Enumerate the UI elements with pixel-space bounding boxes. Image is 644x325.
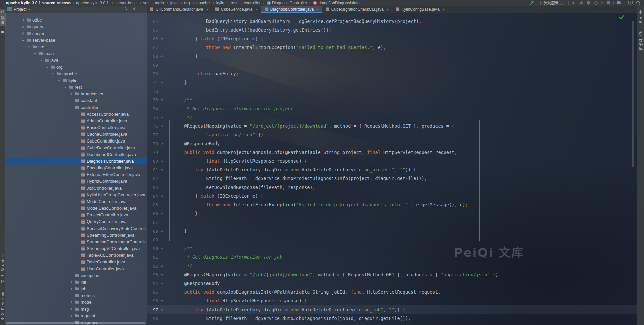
tree-toggle-icon[interactable]	[20, 18, 26, 22]
project-tree[interactable]: odbc query server server-base src main j…	[5, 13, 147, 325]
chevron-down-icon[interactable]	[601, 0, 604, 6]
tree-toggle-icon[interactable]	[50, 72, 56, 75]
close-icon[interactable]: ×	[386, 7, 389, 12]
tree-row[interactable]: UserController.java	[5, 265, 147, 272]
tree-row[interactable]: org	[5, 64, 147, 70]
tree-toggle-icon[interactable]	[68, 314, 74, 317]
tool-window-button-structure[interactable]: 7: Structure	[1, 253, 5, 284]
tree-row[interactable]: odbc	[5, 16, 147, 23]
folder-icon[interactable]	[1, 29, 5, 35]
tree-row[interactable]: kylin	[5, 77, 147, 84]
tree-row[interactable]: ServiceDiscoveryStateController.java	[5, 225, 147, 232]
tree-row[interactable]: ExternalFilterController.java	[5, 171, 147, 178]
fold-marker-icon[interactable]	[158, 282, 166, 285]
tree-toggle-icon[interactable]	[32, 52, 38, 55]
tree-row[interactable]: ModelDescController.java	[5, 205, 147, 211]
tree-row[interactable]: constant	[5, 97, 147, 104]
tree-row[interactable]: apache	[5, 70, 147, 77]
tree-row[interactable]: controller	[5, 104, 147, 111]
breadcrumb-item[interactable]: src	[143, 1, 148, 5]
tree-row[interactable]: model	[5, 299, 147, 306]
chevron-down-icon[interactable]	[28, 7, 31, 12]
breadcrumb-method[interactable]: dumpJobDiagnosisInfo	[318, 1, 359, 5]
tree-row[interactable]: init	[5, 279, 147, 285]
tree-row[interactable]: broadcaster	[5, 90, 147, 97]
run-icon[interactable]	[572, 0, 576, 6]
project-root-crumb[interactable]: apache-kylin-3.0.1-source-release	[6, 1, 71, 5]
editor-vertical-scrollbar[interactable]	[632, 21, 634, 167]
fold-marker-icon[interactable]	[158, 168, 166, 171]
tree-row[interactable]: ModelController.java	[5, 198, 147, 205]
tree-toggle-icon[interactable]	[68, 287, 74, 290]
tree-row[interactable]: src	[5, 43, 147, 50]
tree-row[interactable]: main	[5, 50, 147, 57]
tool-window-button-project[interactable]: 1: 项目	[0, 9, 6, 26]
tree-toggle-icon[interactable]	[62, 86, 68, 89]
breadcrumb-class[interactable]: DiagnosisController	[272, 1, 307, 5]
fold-marker-icon[interactable]	[158, 299, 166, 302]
breadcrumb-item[interactable]: controller	[244, 1, 260, 5]
tree-row[interactable]: StreamingCoordinatorController.java	[5, 238, 147, 245]
tool-window-button-favorites[interactable]: 2: Favorites ★	[1, 292, 5, 321]
tree-row[interactable]: ProjectController.java	[5, 211, 147, 218]
tree-toggle-icon[interactable]	[20, 39, 26, 42]
tree-row[interactable]: StreamingV2Controller.java	[5, 245, 147, 252]
tree-toggle-icon[interactable]	[20, 25, 26, 28]
search-icon[interactable]	[636, 0, 641, 6]
tree-row[interactable]: DashboardController.java	[5, 151, 147, 158]
tree-toggle-icon[interactable]	[68, 92, 74, 95]
fold-marker-icon[interactable]	[158, 265, 166, 268]
tree-row[interactable]: StreamingController.java	[5, 232, 147, 238]
tree-row[interactable]: QueryController.java	[5, 218, 147, 225]
gear-icon[interactable]	[132, 7, 136, 12]
tree-row[interactable]: CubeController.java	[5, 137, 147, 144]
tree-row[interactable]: DiagnosisController.java	[5, 158, 147, 164]
tree-row[interactable]: JobController.java	[5, 185, 147, 191]
fold-marker-icon[interactable]	[158, 308, 166, 311]
close-icon[interactable]: ×	[316, 7, 319, 12]
fold-marker-icon[interactable]	[158, 81, 166, 84]
tool-window-button-database[interactable]: 数据库	[638, 31, 643, 51]
breadcrumb-item[interactable]: apache	[196, 1, 210, 5]
tree-row[interactable]: msg	[5, 306, 147, 312]
fold-marker-icon[interactable]	[158, 212, 166, 215]
run-anything-icon[interactable]	[628, 0, 633, 6]
tree-row[interactable]: TableACLController.java	[5, 252, 147, 258]
tree-row[interactable]: metrics	[5, 292, 147, 299]
tree-row[interactable]: AccessController.java	[5, 111, 147, 117]
debug-icon[interactable]	[579, 0, 583, 6]
breadcrumb-item[interactable]: kylin	[216, 1, 224, 5]
coverage-icon[interactable]	[586, 0, 591, 6]
close-icon[interactable]: ×	[442, 7, 445, 12]
fold-marker-icon[interactable]	[158, 125, 166, 128]
build-hammer-icon[interactable]	[529, 0, 534, 6]
tree-row[interactable]: AdminController.java	[5, 117, 147, 124]
locate-file-icon[interactable]	[116, 7, 120, 12]
close-icon[interactable]: ×	[255, 7, 258, 12]
tool-window-button-ant[interactable]: Ant	[639, 9, 643, 24]
tree-toggle-icon[interactable]	[26, 45, 32, 48]
tree-row[interactable]: java	[5, 57, 147, 64]
tree-toggle-icon[interactable]	[68, 106, 74, 109]
tree-row[interactable]: TableController.java	[5, 258, 147, 265]
editor-tab[interactable]: CubeMigrationCheckCLI.java ×	[322, 6, 393, 13]
tree-toggle-icon[interactable]	[68, 308, 74, 311]
breadcrumb-item[interactable]: main	[155, 1, 164, 5]
fold-marker-icon[interactable]	[158, 160, 166, 163]
editor-tab[interactable]: CliCommandExecutor.java ×	[147, 6, 212, 13]
tree-toggle-icon[interactable]	[20, 32, 26, 35]
tree-row[interactable]: EncodingController.java	[5, 164, 147, 171]
tree-row[interactable]: request	[5, 312, 147, 319]
fold-marker-icon[interactable]	[158, 55, 166, 58]
tree-row[interactable]: query	[5, 23, 147, 30]
tree-toggle-icon[interactable]	[56, 79, 62, 82]
run-configuration-select[interactable]: 添加配置...	[540, 1, 565, 5]
fold-marker-icon[interactable]	[158, 98, 166, 101]
breadcrumb-item[interactable]: java	[170, 1, 178, 5]
profiler-icon[interactable]	[594, 0, 598, 6]
hide-panel-icon[interactable]	[140, 7, 144, 12]
tree-row[interactable]: server	[5, 30, 147, 37]
tree-row[interactable]: rest	[5, 84, 147, 90]
fold-marker-icon[interactable]	[158, 195, 166, 198]
tree-row[interactable]: server-base	[5, 37, 147, 43]
